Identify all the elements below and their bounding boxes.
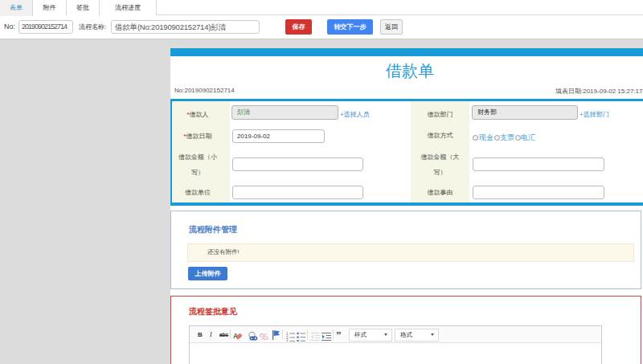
svg-text:3: 3 — [286, 340, 289, 342]
